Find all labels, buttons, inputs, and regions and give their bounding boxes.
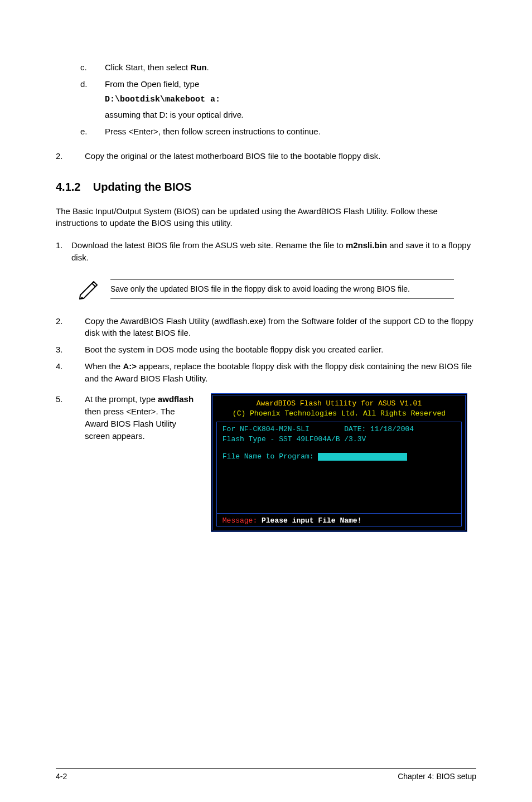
terminal-message: Message: Please input File Name! xyxy=(216,514,462,526)
substep-e: e. Press <Enter>, then follow screen ins… xyxy=(80,125,476,138)
substep-d-label: d. xyxy=(80,78,105,121)
text: From the Open field, type xyxy=(105,78,476,90)
post-step-3: 3. Boot the system in DOS mode using the… xyxy=(56,344,476,356)
step-5-row: 5. At the prompt, type awdflash then pre… xyxy=(56,393,476,532)
step-1-text: Download the latest BIOS file from the A… xyxy=(71,239,476,264)
run-bold: Run xyxy=(190,62,206,72)
substep-d-content: From the Open field, type D:\bootdisk\ma… xyxy=(105,78,476,121)
text: . xyxy=(241,110,244,119)
post-step-3-label: 3. xyxy=(56,344,85,356)
section-title: Updating the BIOS xyxy=(93,181,192,193)
section-heading: 4.1.2 Updating the BIOS xyxy=(56,179,476,195)
post-step-2-text: Copy the AwardBIOS Flash Utility (awdfla… xyxy=(85,315,476,340)
substep-c-label: c. xyxy=(80,61,105,74)
text: Message: xyxy=(218,516,257,525)
note-text: Save only the updated BIOS file in the f… xyxy=(110,279,454,298)
post-step-4-text: When the A:> appears, replace the bootab… xyxy=(85,360,476,385)
post-step-4-label: 4. xyxy=(56,360,85,385)
post-step-5-label: 5. xyxy=(56,393,85,527)
paragraph: The Basic Input/Output System (BIOS) can… xyxy=(56,205,476,230)
text: DATE: 11/18/2004 xyxy=(344,425,414,433)
post-step-2-label: 2. xyxy=(56,315,85,340)
text: File Name to Program: xyxy=(218,452,314,461)
filename-bold: m2nsli.bin xyxy=(346,240,387,250)
substep-c-text: Click Start, then select Run. xyxy=(105,61,476,74)
post-step-3-text: Boot the system in DOS mode using the bo… xyxy=(85,344,476,356)
text: then press <Enter>. The Award BIOS Flash… xyxy=(85,407,176,441)
step-1: 1. Download the latest BIOS file from th… xyxy=(56,239,476,264)
text: appears, replace the bootable floppy dis… xyxy=(85,361,472,383)
substep-c: c. Click Start, then select Run. xyxy=(80,61,476,74)
section-number: 4.1.2 xyxy=(56,181,80,193)
note-block: Save only the updated BIOS file in the f… xyxy=(78,278,476,301)
step-1-label: 1. xyxy=(56,239,71,264)
text: At the prompt, type xyxy=(85,394,158,404)
text: Please input File Name! xyxy=(257,516,361,525)
step-2-text: Copy the original or the latest motherbo… xyxy=(85,150,476,162)
terminal-flash-line: Flash Type - SST 49LF004A/B /3.3V xyxy=(218,434,460,445)
substep-e-label: e. xyxy=(80,125,105,138)
prompt-bold: A:> xyxy=(123,361,137,371)
text: assuming that D: is your optical drive xyxy=(105,110,241,119)
text: Click Start, then select xyxy=(105,62,190,72)
post-step-2: 2. Copy the AwardBIOS Flash Utility (awd… xyxy=(56,315,476,340)
terminal-screenshot: AwardBIOS Flash Utility for ASUS V1.01 (… xyxy=(211,393,467,532)
terminal-subtitle: (C) Phoenix Technologies Ltd. All Rights… xyxy=(216,409,462,419)
svg-line-0 xyxy=(92,283,95,287)
terminal-for-line: For NF-CK804-M2N-SLI DATE: 11/18/2004 xyxy=(218,424,460,434)
text: When the xyxy=(85,361,123,371)
code-text: D:\bootdisk\makeboot a: xyxy=(105,94,476,106)
text: For NF-CK804-M2N-SLI xyxy=(218,425,309,433)
post-step-5: 5. At the prompt, type awdflash then pre… xyxy=(56,393,195,527)
post-step-5-text: At the prompt, type awdflash then press … xyxy=(85,393,195,527)
command-bold: awdflash xyxy=(158,394,194,404)
post-step-4: 4. When the A:> appears, replace the boo… xyxy=(56,360,476,385)
terminal-cursor-block xyxy=(318,453,407,461)
step-2: 2. Copy the original or the latest mothe… xyxy=(56,150,476,162)
terminal-title: AwardBIOS Flash Utility for ASUS V1.01 xyxy=(216,399,462,409)
text: . xyxy=(207,62,209,72)
terminal-file-prompt: File Name to Program: xyxy=(218,452,460,462)
step-2-label: 2. xyxy=(56,150,85,162)
note-pencil-icon xyxy=(78,278,100,301)
text: Download the latest BIOS file from the A… xyxy=(71,240,346,250)
substep-d: d. From the Open field, type D:\bootdisk… xyxy=(80,78,476,121)
text: assuming that D: is your optical drive. xyxy=(105,109,476,121)
substep-e-text: Press <Enter>, then follow screen instru… xyxy=(105,125,476,138)
